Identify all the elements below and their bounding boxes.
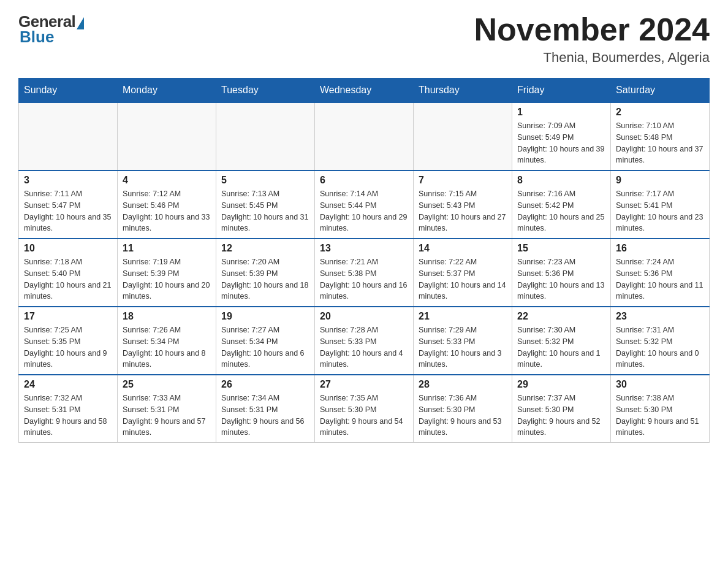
day-info: Sunrise: 7:31 AMSunset: 5:32 PMDaylight:…: [616, 324, 704, 370]
calendar-day-header: Tuesday: [216, 79, 315, 103]
logo-triangle-icon: [77, 17, 84, 29]
day-info: Sunrise: 7:36 AMSunset: 5:30 PMDaylight:…: [419, 393, 507, 439]
day-info: Sunrise: 7:35 AMSunset: 5:30 PMDaylight:…: [320, 393, 408, 439]
day-info: Sunrise: 7:13 AMSunset: 5:45 PMDaylight:…: [221, 188, 309, 234]
calendar-week-row: 3Sunrise: 7:11 AMSunset: 5:47 PMDaylight…: [19, 170, 710, 239]
calendar-day-cell: 22Sunrise: 7:30 AMSunset: 5:32 PMDayligh…: [512, 307, 611, 375]
page-header: General Blue November 2024 Thenia, Boume…: [18, 12, 710, 66]
day-info: Sunrise: 7:27 AMSunset: 5:34 PMDaylight:…: [221, 324, 309, 370]
day-info: Sunrise: 7:12 AMSunset: 5:46 PMDaylight:…: [123, 188, 211, 234]
month-title: November 2024: [474, 12, 710, 47]
calendar-day-cell: 30Sunrise: 7:38 AMSunset: 5:30 PMDayligh…: [611, 375, 710, 443]
day-number: 4: [123, 175, 211, 186]
calendar-header-row: SundayMondayTuesdayWednesdayThursdayFrid…: [19, 79, 710, 103]
day-info: Sunrise: 7:17 AMSunset: 5:41 PMDaylight:…: [616, 188, 704, 234]
day-info: Sunrise: 7:18 AMSunset: 5:40 PMDaylight:…: [24, 256, 112, 302]
calendar-day-cell: 21Sunrise: 7:29 AMSunset: 5:33 PMDayligh…: [414, 307, 512, 375]
day-info: Sunrise: 7:32 AMSunset: 5:31 PMDaylight:…: [24, 393, 112, 439]
day-number: 18: [123, 311, 211, 322]
day-info: Sunrise: 7:26 AMSunset: 5:34 PMDaylight:…: [123, 324, 211, 370]
day-number: 19: [221, 311, 309, 322]
day-number: 21: [419, 311, 507, 322]
calendar-day-cell: [414, 102, 512, 170]
day-info: Sunrise: 7:23 AMSunset: 5:36 PMDaylight:…: [517, 256, 605, 302]
day-info: Sunrise: 7:29 AMSunset: 5:33 PMDaylight:…: [419, 324, 507, 370]
day-number: 23: [616, 311, 704, 322]
day-info: Sunrise: 7:37 AMSunset: 5:30 PMDaylight:…: [517, 393, 605, 439]
calendar-day-header: Wednesday: [315, 79, 414, 103]
calendar-day-header: Saturday: [611, 79, 710, 103]
calendar-day-cell: 17Sunrise: 7:25 AMSunset: 5:35 PMDayligh…: [19, 307, 118, 375]
title-section: November 2024 Thenia, Boumerdes, Algeria: [474, 12, 710, 66]
day-number: 13: [320, 243, 408, 254]
day-info: Sunrise: 7:33 AMSunset: 5:31 PMDaylight:…: [123, 393, 211, 439]
calendar-day-cell: 9Sunrise: 7:17 AMSunset: 5:41 PMDaylight…: [611, 170, 710, 239]
calendar-day-cell: 14Sunrise: 7:22 AMSunset: 5:37 PMDayligh…: [414, 239, 512, 307]
calendar-day-cell: 12Sunrise: 7:20 AMSunset: 5:39 PMDayligh…: [216, 239, 315, 307]
day-info: Sunrise: 7:34 AMSunset: 5:31 PMDaylight:…: [221, 393, 309, 439]
day-number: 20: [320, 311, 408, 322]
day-number: 25: [123, 379, 211, 390]
calendar-day-cell: [19, 102, 118, 170]
day-number: 15: [517, 243, 605, 254]
day-info: Sunrise: 7:30 AMSunset: 5:32 PMDaylight:…: [517, 324, 605, 370]
calendar-day-cell: 2Sunrise: 7:10 AMSunset: 5:48 PMDaylight…: [611, 102, 710, 170]
day-info: Sunrise: 7:20 AMSunset: 5:39 PMDaylight:…: [221, 256, 309, 302]
day-number: 14: [419, 243, 507, 254]
location-subtitle: Thenia, Boumerdes, Algeria: [474, 50, 710, 66]
calendar-day-cell: 24Sunrise: 7:32 AMSunset: 5:31 PMDayligh…: [19, 375, 118, 443]
day-number: 8: [517, 175, 605, 186]
calendar-day-cell: 16Sunrise: 7:24 AMSunset: 5:36 PMDayligh…: [611, 239, 710, 307]
day-number: 24: [24, 379, 112, 390]
day-number: 16: [616, 243, 704, 254]
calendar-day-cell: 28Sunrise: 7:36 AMSunset: 5:30 PMDayligh…: [414, 375, 512, 443]
calendar-day-cell: 7Sunrise: 7:15 AMSunset: 5:43 PMDaylight…: [414, 170, 512, 239]
day-info: Sunrise: 7:09 AMSunset: 5:49 PMDaylight:…: [517, 120, 605, 166]
calendar-day-header: Monday: [118, 79, 216, 103]
day-info: Sunrise: 7:21 AMSunset: 5:38 PMDaylight:…: [320, 256, 408, 302]
calendar-day-cell: 19Sunrise: 7:27 AMSunset: 5:34 PMDayligh…: [216, 307, 315, 375]
day-number: 3: [24, 175, 112, 186]
day-info: Sunrise: 7:22 AMSunset: 5:37 PMDaylight:…: [419, 256, 507, 302]
calendar-day-cell: [118, 102, 216, 170]
calendar-day-cell: 29Sunrise: 7:37 AMSunset: 5:30 PMDayligh…: [512, 375, 611, 443]
calendar-day-cell: 15Sunrise: 7:23 AMSunset: 5:36 PMDayligh…: [512, 239, 611, 307]
logo: General Blue: [18, 12, 84, 47]
day-info: Sunrise: 7:10 AMSunset: 5:48 PMDaylight:…: [616, 120, 704, 166]
calendar-day-cell: 4Sunrise: 7:12 AMSunset: 5:46 PMDaylight…: [118, 170, 216, 239]
calendar-day-cell: 11Sunrise: 7:19 AMSunset: 5:39 PMDayligh…: [118, 239, 216, 307]
day-info: Sunrise: 7:24 AMSunset: 5:36 PMDaylight:…: [616, 256, 704, 302]
day-number: 12: [221, 243, 309, 254]
day-info: Sunrise: 7:28 AMSunset: 5:33 PMDaylight:…: [320, 324, 408, 370]
calendar-day-cell: 26Sunrise: 7:34 AMSunset: 5:31 PMDayligh…: [216, 375, 315, 443]
calendar-day-cell: 23Sunrise: 7:31 AMSunset: 5:32 PMDayligh…: [611, 307, 710, 375]
calendar-day-header: Friday: [512, 79, 611, 103]
calendar-day-cell: 8Sunrise: 7:16 AMSunset: 5:42 PMDaylight…: [512, 170, 611, 239]
calendar-day-cell: 3Sunrise: 7:11 AMSunset: 5:47 PMDaylight…: [19, 170, 118, 239]
calendar-day-header: Thursday: [414, 79, 512, 103]
day-number: 6: [320, 175, 408, 186]
day-number: 30: [616, 379, 704, 390]
day-info: Sunrise: 7:25 AMSunset: 5:35 PMDaylight:…: [24, 324, 112, 370]
calendar-day-cell: 20Sunrise: 7:28 AMSunset: 5:33 PMDayligh…: [315, 307, 414, 375]
calendar-table: SundayMondayTuesdayWednesdayThursdayFrid…: [18, 78, 710, 443]
day-info: Sunrise: 7:15 AMSunset: 5:43 PMDaylight:…: [419, 188, 507, 234]
day-info: Sunrise: 7:11 AMSunset: 5:47 PMDaylight:…: [24, 188, 112, 234]
calendar-day-header: Sunday: [19, 79, 118, 103]
day-info: Sunrise: 7:19 AMSunset: 5:39 PMDaylight:…: [123, 256, 211, 302]
calendar-day-cell: 25Sunrise: 7:33 AMSunset: 5:31 PMDayligh…: [118, 375, 216, 443]
calendar-day-cell: [216, 102, 315, 170]
day-number: 22: [517, 311, 605, 322]
day-number: 27: [320, 379, 408, 390]
day-number: 17: [24, 311, 112, 322]
calendar-day-cell: 13Sunrise: 7:21 AMSunset: 5:38 PMDayligh…: [315, 239, 414, 307]
day-number: 10: [24, 243, 112, 254]
day-number: 2: [616, 107, 704, 118]
day-number: 1: [517, 107, 605, 118]
day-info: Sunrise: 7:38 AMSunset: 5:30 PMDaylight:…: [616, 393, 704, 439]
day-number: 5: [221, 175, 309, 186]
day-number: 28: [419, 379, 507, 390]
day-number: 11: [123, 243, 211, 254]
calendar-day-cell: 5Sunrise: 7:13 AMSunset: 5:45 PMDaylight…: [216, 170, 315, 239]
day-number: 29: [517, 379, 605, 390]
